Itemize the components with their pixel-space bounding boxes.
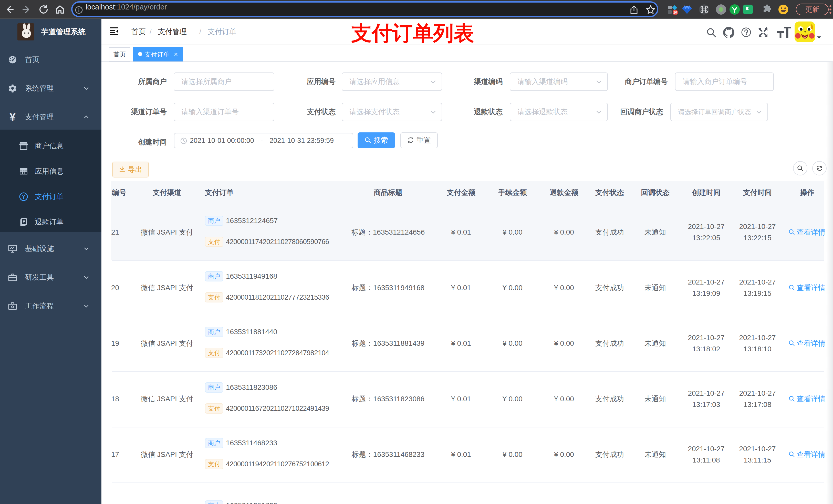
svg-text:¥: ¥ <box>22 194 25 200</box>
svg-text:10: 10 <box>673 10 677 14</box>
